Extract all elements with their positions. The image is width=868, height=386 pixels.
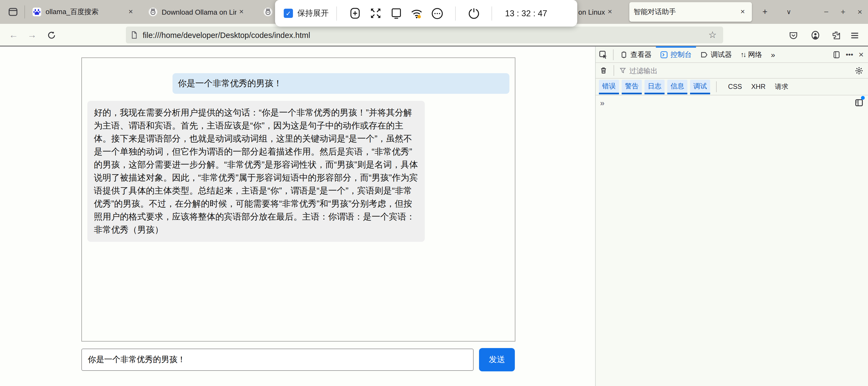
pocket-button[interactable] — [785, 28, 801, 43]
extensions-button[interactable] — [828, 28, 844, 43]
filter-xhr[interactable]: XHR — [751, 83, 766, 91]
filter-chip-warnings[interactable]: 警告 — [622, 79, 642, 94]
inspector-icon — [620, 51, 628, 58]
firefox-view-icon — [8, 7, 18, 17]
overlay-separator — [492, 6, 492, 20]
devtools-toolbar: 查看器 控制台 调试器 ↑↓ 网络 » — [596, 46, 868, 63]
reload-icon — [47, 31, 56, 39]
tab-close-icon[interactable]: × — [126, 7, 135, 17]
tab-list-caret-icon[interactable]: ∨ — [782, 5, 795, 19]
display-icon[interactable] — [390, 7, 403, 20]
devtools-tab-debugger[interactable]: 调试器 — [696, 46, 736, 62]
minimize-button[interactable]: − — [820, 5, 832, 18]
page-content: 你是一个非常优秀的男孩！ 好的，我现在需要分析用户提供的这句话：“你是一个非常优… — [0, 46, 595, 386]
more-tabs-button[interactable]: » — [767, 50, 780, 59]
notification-dot — [861, 96, 865, 100]
back-button[interactable]: ← — [6, 28, 21, 42]
reload-button[interactable] — [44, 28, 59, 42]
pick-element-icon — [599, 50, 608, 59]
tab-chat-assistant-active[interactable]: 智能对话助手 × — [629, 2, 752, 22]
browser-window: ollama_百度搜索 × Download Ollama on Linux ×… — [0, 0, 868, 386]
filter-separator — [614, 65, 614, 76]
fullscreen-icon[interactable] — [369, 7, 382, 20]
tab-label: 调试器 — [711, 50, 732, 59]
send-button[interactable]: 发送 — [479, 348, 515, 372]
console-filter-row — [596, 63, 868, 78]
devtools-tab-console[interactable]: 控制台 — [656, 46, 696, 62]
devtools-panel: 查看器 控制台 调试器 ↑↓ 网络 » — [595, 46, 868, 386]
close-window-button[interactable]: × — [854, 5, 866, 18]
console-input-row[interactable]: » — [596, 95, 868, 109]
toolbar-separator — [613, 49, 614, 60]
pocket-icon — [788, 31, 798, 40]
devtools-tab-inspector[interactable]: 查看器 — [616, 46, 656, 62]
new-tab-button[interactable]: + — [758, 5, 771, 19]
url-text[interactable]: file:///home/developer/Desktop/codes/ind… — [143, 31, 706, 39]
clock-time: 13 : 32 : 47 — [505, 8, 547, 18]
baidu-favicon — [33, 8, 41, 16]
filter-css[interactable]: CSS — [728, 83, 742, 91]
ollama-favicon — [264, 8, 272, 16]
forward-button[interactable]: → — [25, 28, 39, 42]
ollama-favicon — [149, 8, 157, 16]
tab-close-icon[interactable]: × — [237, 7, 246, 17]
tab-label: 控制台 — [671, 50, 692, 59]
console-level-filters: 错误 警告 日志 信息 调试 CSS XHR 请求 — [596, 78, 868, 95]
assistant-message-bubble: 好的，我现在需要分析用户提供的这句话：“你是一个非常优秀的男孩！”并将其分解为主… — [87, 101, 425, 242]
bookmark-star-icon[interactable]: ☆ — [706, 29, 719, 41]
user-message-bubble: 你是一个非常优秀的男孩！ — [173, 73, 509, 94]
tab-close-icon[interactable]: × — [605, 7, 615, 17]
funnel-icon — [620, 67, 626, 74]
chat-messages-container: 你是一个非常优秀的男孩！ 好的，我现在需要分析用户提供的这句话：“你是一个非常优… — [82, 58, 516, 342]
debugger-icon — [701, 51, 708, 58]
add-window-icon[interactable] — [348, 7, 361, 20]
tab-on-linux-partial[interactable]: on Linux × — [578, 2, 626, 22]
tab-label: 网络 — [748, 50, 762, 59]
url-bar[interactable]: file:///home/developer/Desktop/codes/ind… — [126, 27, 723, 43]
keep-expanded-checkbox[interactable]: ✓ — [284, 9, 293, 18]
chips-separator — [716, 81, 717, 92]
overlay-separator — [455, 6, 456, 20]
power-icon[interactable] — [467, 7, 480, 20]
console-prompt: » — [600, 98, 604, 107]
console-sidebar-toggle[interactable] — [854, 98, 864, 107]
tab-close-icon[interactable]: × — [738, 7, 748, 17]
account-button[interactable] — [808, 28, 823, 43]
page-icon — [130, 31, 138, 39]
pick-element-button[interactable] — [596, 46, 611, 62]
clear-console-button[interactable] — [596, 67, 611, 74]
split-console-icon[interactable] — [833, 51, 840, 58]
navigation-toolbar: ← → file:///home/developer/Desktop/codes… — [0, 24, 868, 46]
tab-ollama-download[interactable]: Download Ollama on Linux × — [144, 2, 251, 22]
console-icon — [660, 51, 668, 58]
tab-baidu-search[interactable]: ollama_百度搜索 × — [28, 2, 140, 22]
app-menu-button[interactable] — [847, 28, 862, 43]
filter-output-input[interactable] — [629, 66, 850, 74]
wifi-icon[interactable] — [410, 7, 423, 20]
filter-chip-errors[interactable]: 错误 — [599, 79, 619, 94]
filter-chip-debug[interactable]: 调试 — [690, 79, 710, 94]
tab-title: Download Ollama on Linux — [162, 8, 237, 16]
overlay-separator — [336, 6, 337, 20]
console-settings-button[interactable] — [850, 66, 868, 74]
tab-hidden-partial[interactable] — [255, 2, 277, 22]
firefox-view-button[interactable] — [4, 4, 22, 20]
devtools-toolbar-right: ••• × — [833, 50, 868, 59]
network-updown-icon: ↑↓ — [741, 51, 745, 59]
tab-title: ollama_百度搜索 — [45, 7, 126, 17]
devtools-menu-icon[interactable]: ••• — [846, 51, 853, 59]
tab-label: 查看器 — [630, 50, 652, 59]
console-output-area: » — [596, 95, 868, 386]
system-overlay-toolbar: ✓ 保持展开 13 : 32 : 47 — [275, 0, 577, 27]
maximize-button[interactable]: + — [837, 5, 849, 18]
more-circle-icon[interactable] — [431, 7, 444, 20]
puzzle-icon — [831, 31, 841, 40]
filter-chip-info[interactable]: 信息 — [667, 79, 687, 94]
filter-chip-logs[interactable]: 日志 — [645, 79, 664, 94]
filter-requests[interactable]: 请求 — [775, 82, 788, 91]
tab-title: 智能对话助手 — [633, 7, 738, 17]
devtools-close-icon[interactable]: × — [859, 50, 864, 59]
devtools-tab-network[interactable]: ↑↓ 网络 — [736, 46, 767, 62]
tab-separator — [24, 5, 25, 19]
chat-input[interactable] — [82, 349, 474, 371]
